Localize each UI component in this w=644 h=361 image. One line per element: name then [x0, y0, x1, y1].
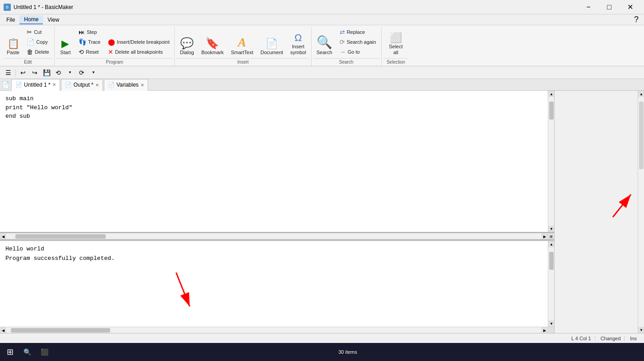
start-button[interactable]: ▶ Start: [56, 27, 75, 57]
taskbar-start[interactable]: ⊞: [2, 344, 18, 360]
delete-bp-label: Delete all breakpoints: [115, 49, 163, 55]
vscroll-down[interactable]: ▼: [548, 226, 554, 232]
paste-icon: 📋: [7, 39, 19, 49]
tab-variables[interactable]: 📄 Variables ✕: [104, 79, 148, 91]
tab-bar: 📄 📄 Untitled 1 * ✕ 📄 Output * ✕ 📄 Variab…: [0, 79, 644, 91]
far-vscroll-track[interactable]: [638, 97, 644, 327]
menu-home[interactable]: Home: [19, 15, 43, 24]
vscroll-track[interactable]: [548, 97, 554, 226]
svg-line-1: [176, 273, 190, 306]
help-icon[interactable]: ?: [634, 15, 642, 24]
paste-button[interactable]: 📋 Paste: [4, 27, 23, 57]
delete-bp-button[interactable]: ✕ Delete all breakpoints: [105, 47, 173, 57]
far-right-vscrollbar[interactable]: ▲ ▼: [638, 91, 644, 333]
output-vscroll-thumb[interactable]: [549, 252, 554, 270]
far-vscroll-down[interactable]: ▼: [638, 327, 644, 333]
code-hscrollbar[interactable]: ◀ ▶ ⊞: [0, 233, 554, 239]
undo-dropdown[interactable]: ▼: [65, 67, 75, 78]
output-hscroll-left[interactable]: ◀: [0, 327, 6, 333]
reset-button[interactable]: ⟲ Reset: [75, 47, 104, 57]
taskbar-search[interactable]: 🔍: [19, 344, 35, 360]
code-vscrollbar[interactable]: ▲ ▼: [548, 91, 554, 232]
redo-dropdown[interactable]: ▼: [88, 67, 99, 78]
quick-access-toolbar: ☰ ↩ ↪ 💾 ⟲ ▼ ⟳ ▼: [0, 66, 644, 79]
menu-file[interactable]: File: [2, 16, 19, 24]
output-vscroll-up[interactable]: ▲: [548, 241, 554, 247]
trace-button[interactable]: 👣 Trace: [75, 37, 104, 47]
tab-untitled1-close[interactable]: ✕: [52, 82, 56, 87]
search-again-button[interactable]: ⟳ Search again: [336, 37, 379, 47]
menu-view[interactable]: View: [43, 16, 64, 24]
tab-untitled1[interactable]: 📄 Untitled 1 * ✕: [11, 79, 60, 91]
output-vscroll-down[interactable]: ▼: [548, 320, 554, 327]
search-again-icon: ⟳: [340, 38, 345, 46]
red-arrow-output: [135, 264, 208, 318]
output-hscroll-thumb[interactable]: [11, 328, 110, 333]
select-all-button[interactable]: ⬜ Selectall: [383, 27, 409, 57]
select-all-icon: ⬜: [390, 33, 402, 43]
tab-variables-close[interactable]: ✕: [140, 83, 144, 88]
output-hscroll-track[interactable]: [6, 327, 541, 333]
variables-panel-content: [555, 91, 638, 333]
tab-output[interactable]: 📄 Output * ✕: [61, 79, 103, 91]
close-button[interactable]: ✕: [620, 0, 640, 14]
vscroll-up[interactable]: ▲: [548, 91, 554, 97]
document-button[interactable]: 📄 Document: [257, 27, 286, 57]
insert-bp-button[interactable]: ⬤ Insert/Delete breakpoint: [105, 37, 173, 47]
hscroll-thumb[interactable]: [15, 234, 106, 239]
tab-output-label: Output *: [74, 82, 93, 88]
bookmark-button[interactable]: 🔖 Bookmark: [198, 27, 227, 57]
output-text: Hello world Program successfully complet…: [0, 241, 548, 267]
ribbon-group-search: 🔍 Search ⇄ Replace ⟳ Search again: [312, 27, 382, 66]
forward-button[interactable]: ↪: [29, 67, 40, 78]
hscroll-track[interactable]: [6, 233, 541, 239]
program-group-label: Program: [56, 58, 173, 66]
far-vscroll-thumb[interactable]: [639, 102, 644, 169]
insert-symbol-button[interactable]: Ω Insertsymbol: [287, 27, 309, 57]
code-editor[interactable]: sub main print "Hello world" end sub: [0, 91, 548, 226]
minimize-button[interactable]: −: [578, 0, 599, 14]
tab-variables-icon: 📄: [108, 82, 115, 88]
search-again-label: Search again: [347, 39, 376, 45]
smarttext-button[interactable]: A SmartText: [228, 27, 257, 57]
output-vscroll-track[interactable]: [548, 247, 554, 320]
menu-icon-button[interactable]: ☰: [3, 67, 14, 78]
output-scroll-area[interactable]: Hello world Program successfully complet…: [0, 241, 548, 327]
insert-symbol-label: Insertsymbol: [290, 44, 306, 56]
cut-button[interactable]: ✂ Cut: [23, 27, 52, 37]
vscroll-thumb[interactable]: [549, 102, 554, 120]
go-to-button[interactable]: → Go to: [336, 47, 379, 57]
output-hscroll-right[interactable]: ▶: [541, 327, 548, 333]
replace-button[interactable]: ⇄ Replace: [336, 27, 379, 37]
selection-buttons: ⬜ Selectall: [383, 27, 409, 57]
dialog-button[interactable]: 💬 Dialog: [177, 27, 197, 57]
search-buttons: 🔍 Search ⇄ Replace ⟳ Search again: [313, 27, 379, 57]
editor-area: sub main print "Hello world" end sub ▲ ▼…: [0, 91, 554, 333]
edit-col: ✂ Cut 📄 Copy 🗑 Delete: [23, 27, 52, 57]
save-button[interactable]: 💾: [41, 67, 52, 78]
delete-button[interactable]: 🗑 Delete: [23, 47, 52, 57]
far-vscroll-up[interactable]: ▲: [638, 91, 644, 97]
redo-button[interactable]: ⟳: [76, 67, 87, 78]
code-scroll-area[interactable]: sub main print "Hello world" end sub: [0, 91, 548, 232]
tab-output-close[interactable]: ✕: [95, 83, 99, 88]
trace-icon: 👣: [79, 38, 86, 46]
trace-label: Trace: [88, 39, 101, 45]
taskbar-apps[interactable]: ⬛: [36, 344, 52, 360]
back-button[interactable]: ↩: [18, 67, 28, 78]
bookmark-icon: 🔖: [205, 38, 219, 49]
output-vscrollbar[interactable]: ▲ ▼: [548, 241, 554, 327]
undo-button[interactable]: ⟲: [53, 67, 64, 78]
code-pane: sub main print "Hello world" end sub ▲ ▼: [0, 91, 554, 233]
maximize-button[interactable]: □: [599, 0, 620, 14]
copy-label: Copy: [36, 39, 48, 45]
search-button[interactable]: 🔍 Search: [313, 27, 336, 57]
new-tab-icon[interactable]: 📄: [2, 81, 9, 88]
menu-bar: File Home View ?: [0, 14, 644, 25]
hscroll-right[interactable]: ▶: [541, 233, 548, 240]
output-hscrollbar[interactable]: ◀ ▶: [0, 327, 554, 333]
hscroll-left[interactable]: ◀: [0, 233, 6, 240]
copy-button[interactable]: 📄 Copy: [23, 37, 52, 47]
step-button[interactable]: ⏭ Step: [75, 27, 104, 37]
edit-group-label: Edit: [4, 58, 52, 66]
